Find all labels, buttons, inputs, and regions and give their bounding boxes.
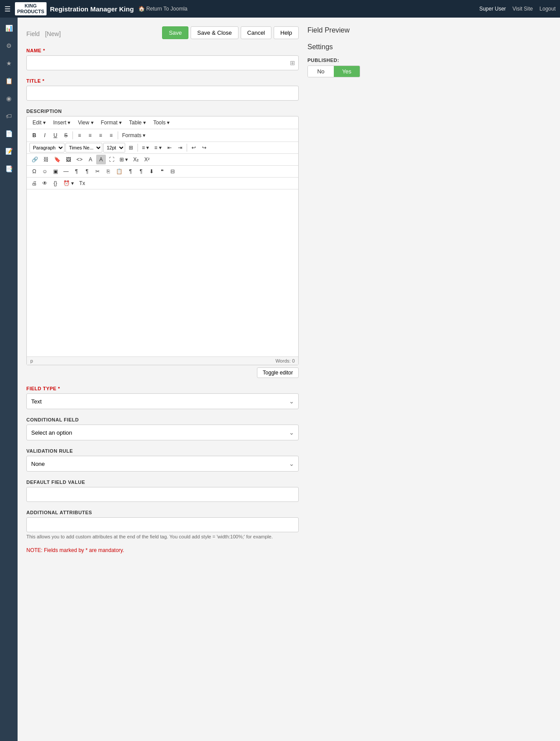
- pilcrow2-button[interactable]: ¶: [82, 167, 92, 176]
- strikethrough-button[interactable]: S: [61, 131, 71, 140]
- editor-menubar: Edit ▾ Insert ▾ View ▾ Format ▾ Table ▾ …: [27, 116, 298, 129]
- validation-rule-select[interactable]: None Email Phone URL Number: [26, 456, 299, 472]
- field-type-label: FIELD TYPE *: [26, 386, 299, 391]
- menu-view[interactable]: View ▾: [75, 118, 96, 127]
- preview-button[interactable]: 👁: [40, 178, 50, 188]
- omega-button[interactable]: Ω: [29, 167, 39, 176]
- paste-button[interactable]: 📋: [114, 167, 125, 176]
- page-subtitle: [New]: [45, 30, 61, 37]
- columns-button[interactable]: ⊞: [126, 143, 136, 153]
- align-right-button[interactable]: ≡: [96, 131, 105, 140]
- yes-button[interactable]: Yes: [334, 66, 360, 77]
- cut-button[interactable]: ✂: [93, 167, 102, 176]
- logo: KINGPRODUCTS: [15, 2, 47, 15]
- font-color-button[interactable]: A: [86, 155, 95, 164]
- validation-rule-label: VALIDATION RULE: [26, 448, 299, 454]
- title-field-group: TITLE *: [26, 78, 299, 101]
- save-button[interactable]: Save: [162, 26, 188, 39]
- time-button[interactable]: ⏰ ▾: [61, 178, 76, 188]
- unlink-button[interactable]: ⛓: [41, 155, 51, 164]
- source-button[interactable]: ⬇: [147, 167, 156, 176]
- dash-button[interactable]: —: [61, 167, 71, 176]
- show-blocks-button[interactable]: ¶: [126, 167, 135, 176]
- indent-button[interactable]: ⇥: [175, 143, 185, 153]
- no-button[interactable]: No: [308, 66, 334, 77]
- logout-link[interactable]: Logout: [539, 6, 556, 12]
- table-insert-button[interactable]: ⊞ ▾: [117, 155, 130, 164]
- sidebar-item-favorites[interactable]: ★: [0, 55, 18, 72]
- media-button[interactable]: ▣: [51, 167, 60, 176]
- formats-button[interactable]: Formats ▾: [120, 131, 148, 140]
- default-value-input[interactable]: [26, 487, 299, 502]
- hamburger-icon[interactable]: ☰: [4, 5, 11, 13]
- cancel-button[interactable]: Cancel: [241, 26, 271, 39]
- list-button[interactable]: ≡ ▾: [140, 143, 151, 153]
- editor-wrapper: Edit ▾ Insert ▾ View ▾ Format ▾ Table ▾ …: [26, 116, 299, 365]
- brand: KINGPRODUCTS Registration Manager King: [15, 2, 134, 15]
- toggle-editor-button[interactable]: Toggle editor: [257, 367, 299, 378]
- fullscreen-button[interactable]: ⛶: [107, 155, 116, 164]
- paragraph-select[interactable]: Paragraph: [29, 143, 65, 153]
- code-button[interactable]: <>: [74, 155, 85, 164]
- copy-button[interactable]: ⎘: [103, 167, 113, 176]
- published-toggle: No Yes: [307, 65, 360, 77]
- main-wrapper: Field [New] Save Save & Close Cancel Hel…: [18, 18, 560, 562]
- menu-insert[interactable]: Insert ▾: [50, 118, 73, 127]
- name-label: NAME *: [26, 48, 299, 53]
- outdent-button[interactable]: ⇤: [165, 143, 174, 153]
- menu-tools[interactable]: Tools ▾: [150, 118, 173, 127]
- return-link[interactable]: 🏠 Return To Joomla: [138, 6, 188, 12]
- name-input[interactable]: [26, 55, 299, 70]
- redo-button[interactable]: ↪: [199, 143, 209, 153]
- title-label: TITLE *: [26, 78, 299, 84]
- sidebar-item-edit[interactable]: 📝: [0, 143, 18, 160]
- sidebar-item-notes[interactable]: 📑: [0, 160, 18, 177]
- clear-button[interactable]: Tx: [77, 178, 87, 188]
- menu-table[interactable]: Table ▾: [126, 118, 149, 127]
- image-button[interactable]: 🖼: [64, 155, 73, 164]
- widget-button[interactable]: ⊟: [168, 167, 177, 176]
- button-group: Save Save & Close Cancel Help: [162, 26, 299, 39]
- print-button[interactable]: 🖨: [29, 178, 39, 188]
- title-input[interactable]: [26, 86, 299, 101]
- sidebar-item-settings[interactable]: ⚙: [0, 37, 18, 54]
- show-invisible-button[interactable]: ¶: [136, 167, 146, 176]
- sidebar-item-tags[interactable]: 🏷: [0, 108, 18, 124]
- undo-button[interactable]: ↩: [189, 143, 199, 153]
- code2-button[interactable]: {}: [51, 178, 60, 188]
- validation-rule-group: VALIDATION RULE None Email Phone URL Num…: [26, 448, 299, 472]
- sidebar-item-dashboard[interactable]: 📊: [0, 20, 18, 36]
- sidebar-item-list[interactable]: 📋: [0, 73, 18, 89]
- bold-button[interactable]: B: [29, 131, 39, 140]
- bg-color-button[interactable]: A: [96, 155, 106, 164]
- subscript-button[interactable]: X₂: [131, 155, 141, 164]
- menu-format[interactable]: Format ▾: [98, 118, 125, 127]
- editor-body[interactable]: [27, 189, 298, 356]
- anchor-button[interactable]: 🔖: [52, 155, 63, 164]
- sidebar-item-page[interactable]: 📄: [0, 125, 18, 142]
- size-select[interactable]: 12pt: [103, 143, 125, 153]
- italic-button[interactable]: I: [40, 131, 50, 140]
- pilcrow-button[interactable]: ¶: [72, 167, 81, 176]
- emoji-button[interactable]: ☺: [40, 167, 50, 176]
- font-select[interactable]: Times Ne...: [65, 143, 102, 153]
- align-justify-button[interactable]: ≡: [106, 131, 116, 140]
- visit-site-link[interactable]: Visit Site: [513, 6, 533, 12]
- align-left-button[interactable]: ≡: [75, 131, 84, 140]
- help-button[interactable]: Help: [274, 26, 299, 39]
- align-center-button[interactable]: ≡: [85, 131, 95, 140]
- ordered-list-button[interactable]: ≡ ▾: [152, 143, 163, 153]
- default-value-label: DEFAULT FIELD VALUE: [26, 479, 299, 485]
- superscript-button[interactable]: X²: [142, 155, 152, 164]
- menu-edit[interactable]: Edit ▾: [29, 118, 49, 127]
- field-preview-title: Field Preview: [307, 26, 430, 34]
- blockquote-button[interactable]: ❝: [157, 167, 167, 176]
- link-button[interactable]: 🔗: [29, 155, 40, 164]
- field-type-group: FIELD TYPE * Text Checkbox Radio Select …: [26, 386, 299, 409]
- conditional-field-select[interactable]: Select an option: [26, 425, 299, 440]
- save-close-button[interactable]: Save & Close: [191, 26, 238, 39]
- field-type-select[interactable]: Text Checkbox Radio Select Textarea Date…: [26, 393, 299, 409]
- underline-button[interactable]: U: [51, 131, 60, 140]
- additional-attributes-input[interactable]: [26, 517, 299, 532]
- sidebar-item-radio[interactable]: ◉: [0, 90, 18, 107]
